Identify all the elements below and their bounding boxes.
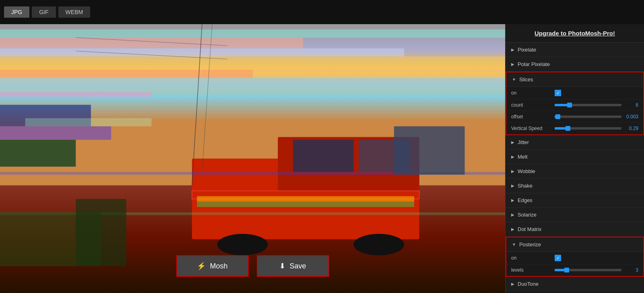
save-button[interactable]: ⬇ Save: [257, 255, 329, 277]
svg-rect-10: [0, 48, 404, 56]
slices-count-control: 6: [555, 102, 638, 108]
svg-rect-19: [197, 202, 414, 207]
chevron-right-icon: ▶: [511, 227, 514, 231]
download-icon: ⬇: [279, 262, 285, 270]
posterize-levels-control: 3: [555, 267, 638, 273]
effect-jitter-label: Jitter: [518, 139, 529, 145]
svg-point-7: [354, 234, 405, 255]
svg-rect-30: [394, 126, 465, 175]
posterize-on-checkbox[interactable]: ✓: [555, 255, 561, 261]
effect-dot-matrix: ▶ Dot Matrix: [506, 222, 644, 237]
slices-vspeed-label: Vertical Speed: [511, 126, 551, 131]
slices-params: on ✓ count: [506, 87, 643, 134]
slices-on-checkbox-box[interactable]: ✓: [555, 90, 561, 96]
slices-offset-handle[interactable]: [555, 114, 560, 119]
upgrade-text: Upgrade to PhotoMosh-Pro!: [535, 30, 615, 37]
effect-dot-matrix-header[interactable]: ▶ Dot Matrix: [506, 222, 644, 236]
chevron-right-icon: ▶: [511, 62, 514, 66]
svg-rect-12: [0, 70, 253, 78]
effect-melt-header[interactable]: ▶ Melt: [506, 150, 644, 164]
mosh-button[interactable]: ⚡ Mosh: [176, 255, 249, 277]
effect-pixelate-header[interactable]: ▶ Pixelate: [506, 43, 644, 57]
effect-duotone: ▶ DuoTone: [506, 277, 644, 291]
slices-offset-value: 0.003: [624, 114, 638, 120]
effect-shake-label: Shake: [518, 183, 533, 189]
effect-shake-header[interactable]: ▶ Shake: [506, 179, 644, 193]
slices-on-checkbox[interactable]: ✓: [555, 90, 561, 96]
effect-wobble-label: Wobble: [518, 168, 535, 174]
slices-vspeed-handle[interactable]: [566, 126, 570, 131]
effect-duotone-label: DuoTone: [518, 281, 539, 287]
svg-rect-8: [0, 29, 505, 37]
effect-wobble-header[interactable]: ▶ Wobble: [506, 164, 644, 178]
effect-edges-label: Edges: [518, 197, 533, 203]
effect-shake: ▶ Shake: [506, 179, 644, 193]
glitch-image: [0, 24, 505, 293]
effect-posterize-header[interactable]: ▼ Posterize: [506, 237, 643, 252]
effect-duotone-header[interactable]: ▶ DuoTone: [506, 277, 644, 291]
slices-vspeed-row: Vertical Speed 0.29: [506, 123, 643, 134]
effect-posterize: ▼ Posterize on ✓ leve: [506, 237, 644, 277]
effect-solarize-header[interactable]: ▶ Solarize: [506, 208, 644, 222]
effect-jitter-header[interactable]: ▶ Jitter: [506, 135, 644, 149]
effect-jitter: ▶ Jitter: [506, 135, 644, 150]
canvas-area: ⚡ Mosh ⬇ Save: [0, 24, 505, 293]
posterize-on-control: ✓: [555, 255, 638, 261]
format-gif-button[interactable]: GIF: [32, 6, 56, 18]
effect-slices-header[interactable]: ▼ Slices: [506, 72, 643, 87]
upgrade-banner: Upgrade to PhotoMosh-Pro!: [506, 24, 644, 43]
effect-polar-pixelate-header[interactable]: ▶ Polar Pixelate: [506, 57, 644, 71]
lightning-icon: ⚡: [197, 262, 206, 270]
posterize-levels-handle[interactable]: [564, 268, 569, 272]
slices-count-slider[interactable]: [555, 104, 621, 106]
effect-slices: ▼ Slices on ✓ count: [506, 72, 644, 135]
posterize-levels-value: 3: [624, 267, 638, 273]
slices-count-handle[interactable]: [567, 103, 572, 107]
slices-count-value: 6: [624, 102, 638, 108]
format-webm-button[interactable]: WEBM: [58, 6, 91, 18]
main-area: ⚡ Mosh ⬇ Save Upgrade to PhotoMosh-Pro! …: [0, 24, 644, 293]
effect-solarize: ▶ Solarize: [506, 208, 644, 222]
chevron-right-icon: ▶: [511, 282, 514, 286]
effect-edges: ▶ Edges: [506, 193, 644, 208]
svg-rect-16: [0, 140, 76, 167]
effect-melt-label: Melt: [518, 154, 528, 160]
chevron-down-icon: ▼: [512, 242, 516, 247]
slices-count-row: count 6: [506, 99, 643, 111]
effect-posterize-label: Posterize: [519, 241, 541, 248]
chevron-right-icon: ▶: [511, 213, 514, 217]
mosh-label: Mosh: [210, 262, 227, 270]
chevron-right-icon: ▶: [511, 198, 514, 202]
slices-on-control: ✓: [555, 90, 638, 96]
svg-rect-9: [0, 37, 303, 48]
slices-vspeed-slider[interactable]: [555, 127, 621, 130]
effect-list: ▶ Pixelate ▶ Polar Pixelate ▼ Slices: [506, 43, 644, 293]
effect-edges-header[interactable]: ▶ Edges: [506, 193, 644, 207]
chevron-right-icon: ▶: [511, 140, 514, 144]
svg-rect-24: [0, 91, 152, 97]
upgrade-link[interactable]: PhotoMosh-Pro: [568, 30, 613, 37]
chevron-right-icon: ▶: [511, 184, 514, 188]
slices-on-label: on: [511, 90, 551, 96]
effect-pixelate-label: Pixelate: [518, 47, 536, 53]
slices-offset-row: offset 0.003: [506, 111, 643, 123]
slices-vspeed-value: 0.29: [624, 126, 638, 131]
top-bar: JPG GIF WEBM: [0, 0, 644, 24]
svg-rect-13: [0, 78, 505, 89]
svg-rect-11: [0, 56, 505, 70]
right-panel: Upgrade to PhotoMosh-Pro! ▶ Pixelate ▶ P…: [505, 24, 644, 293]
svg-rect-15: [0, 126, 111, 140]
posterize-params: on ✓ levels: [506, 252, 643, 276]
posterize-on-checkbox-box[interactable]: ✓: [555, 255, 561, 261]
slices-offset-slider[interactable]: [555, 116, 621, 118]
format-jpg-button[interactable]: JPG: [4, 6, 29, 18]
svg-rect-25: [25, 118, 152, 126]
posterize-levels-slider[interactable]: [555, 269, 621, 271]
chevron-right-icon: ▶: [511, 169, 514, 173]
chevron-right-icon: ▶: [511, 47, 514, 52]
effect-dot-matrix-label: Dot Matrix: [518, 226, 541, 232]
effect-melt: ▶ Melt: [506, 150, 644, 164]
svg-rect-4: [293, 140, 354, 172]
save-label: Save: [289, 262, 306, 270]
effect-solarize-label: Solarize: [518, 212, 537, 218]
